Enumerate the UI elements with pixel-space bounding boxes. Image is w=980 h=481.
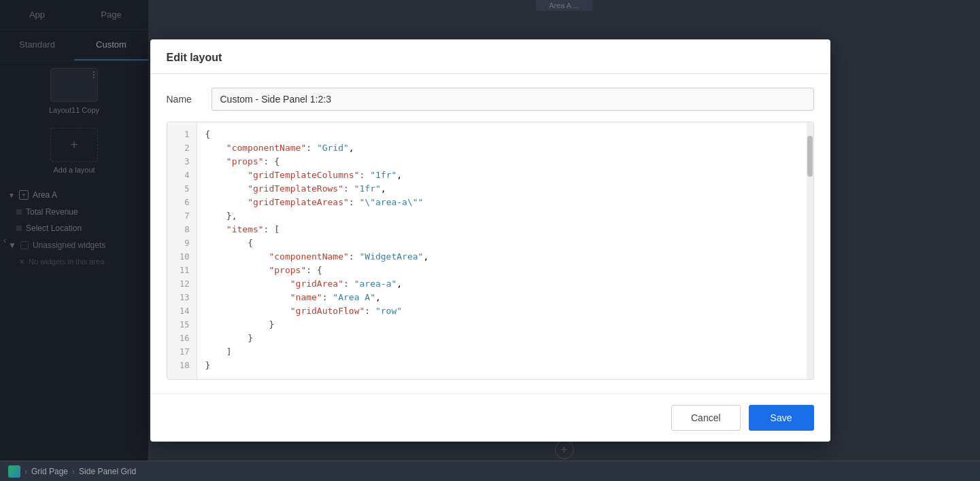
code-line: } [205, 359, 805, 372]
name-label: Name [167, 94, 201, 105]
code-line: "gridArea": "area-a", [205, 277, 805, 291]
modal-backdrop: Edit layout Name 12345 678910 1112131415… [0, 0, 980, 481]
modal-title: Edit layout [150, 39, 830, 74]
scrollbar-thumb[interactable] [807, 136, 813, 177]
code-line: "items": [ [205, 223, 805, 236]
code-line: "props": { [205, 155, 805, 168]
app-logo-icon [8, 465, 20, 478]
edit-layout-modal: Edit layout Name 12345 678910 1112131415… [150, 39, 830, 442]
code-line: "componentName": "WidgetArea", [205, 250, 805, 264]
breadcrumb-side-panel-grid[interactable]: Side Panel Grid [79, 467, 136, 476]
save-button[interactable]: Save [749, 405, 814, 431]
code-line: "gridTemplateRows": "1fr", [205, 182, 805, 196]
name-input[interactable] [212, 88, 814, 111]
code-line: }, [205, 209, 805, 223]
code-line: ] [205, 345, 805, 359]
code-line: "componentName": "Grid", [205, 141, 805, 155]
code-line: "name": "Area A", [205, 291, 805, 304]
modal-body: Name 12345 678910 1112131415 161718 { "c… [150, 74, 830, 393]
code-line: "gridTemplateAreas": "\"area-a\"" [205, 196, 805, 209]
code-line: } [205, 318, 805, 332]
scrollbar-track[interactable] [807, 122, 813, 379]
breadcrumb-sep-2: › [72, 467, 75, 476]
code-line: "props": { [205, 264, 805, 277]
breadcrumb-separator: › [24, 467, 27, 476]
line-numbers: 12345 678910 1112131415 161718 [167, 122, 197, 379]
name-row: Name [167, 88, 814, 111]
code-line: "gridAutoFlow": "row" [205, 304, 805, 318]
code-line: "gridTemplateColumns": "1fr", [205, 168, 805, 182]
code-editor[interactable]: 12345 678910 1112131415 161718 { "compon… [167, 122, 814, 380]
code-line: { [205, 128, 805, 141]
breadcrumb-grid-page[interactable]: Grid Page [31, 467, 68, 476]
code-line: { [205, 236, 805, 250]
breadcrumb-bar: › Grid Page › Side Panel Grid [0, 461, 980, 481]
modal-footer: Cancel Save [150, 393, 830, 442]
code-line: } [205, 332, 805, 345]
code-content[interactable]: { "componentName": "Grid", "props": { "g… [197, 122, 813, 379]
cancel-button[interactable]: Cancel [671, 405, 741, 431]
